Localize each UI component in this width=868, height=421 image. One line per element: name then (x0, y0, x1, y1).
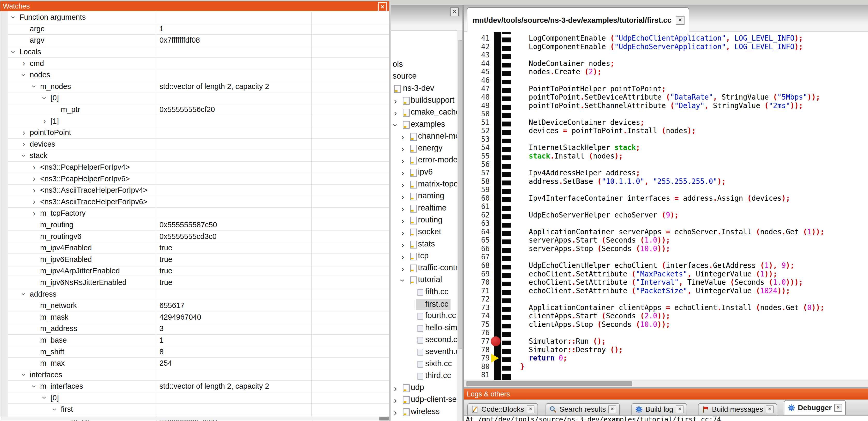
chevron-right-icon[interactable]: › (20, 128, 28, 137)
chevron-right-icon[interactable]: › (399, 180, 407, 190)
chevron-right-icon[interactable]: › (392, 408, 399, 417)
code-area[interactable]: 41 LogComponentEnable ("UdpEchoClientApp… (464, 32, 868, 380)
code-line[interactable]: 67 (464, 253, 868, 261)
code-line[interactable]: 66 serverApps.Stop (Seconds (10.0)); (464, 245, 868, 253)
editor-hscrollbar[interactable] (464, 380, 868, 387)
watch-row[interactable]: ›[0] (8, 92, 389, 104)
watch-row[interactable]: ›<ns3::AsciiTraceHelperForIpv4> (8, 185, 389, 196)
chevron-right-icon[interactable]: › (30, 186, 38, 195)
watch-row[interactable]: ›[0] (8, 392, 389, 404)
tree-item-stats[interactable]: ›stats (391, 239, 457, 251)
chevron-right-icon[interactable]: › (20, 59, 28, 68)
watch-row[interactable]: ›devices (8, 139, 389, 150)
watch-row[interactable]: ›m_nodesstd::vector of length 2, capacit… (8, 81, 389, 93)
tree-item-hello-simulator-cc[interactable]: hello-simulator.cc (391, 322, 457, 334)
tree-item-first-cc[interactable]: first.cc (391, 298, 457, 310)
watch-row[interactable]: ›argv0x7fffffffdf08 (8, 35, 389, 46)
watch-row[interactable]: ›interfaces (8, 369, 389, 381)
tree-item-cmake-cache[interactable]: ›cmake_cache (391, 107, 457, 119)
tree-item-matrix-topology[interactable]: ›matrix-topology (391, 179, 457, 191)
chevron-right-icon[interactable]: › (392, 96, 399, 106)
code-line[interactable]: 76 (464, 328, 868, 337)
tree-vscroll-thumb[interactable] (458, 40, 462, 349)
watch-row[interactable]: ›argc1 (8, 23, 389, 35)
code-line[interactable]: 48 pointToPoint.SetDeviceAttribute ("Dat… (464, 93, 868, 101)
tree-item-seventh-cc[interactable]: seventh.cc (391, 346, 457, 358)
code-line[interactable]: 79 return 0; (464, 354, 868, 362)
tree-item-buildsupport[interactable]: ›buildsupport (391, 95, 457, 107)
watches-titlebar[interactable]: Watches × (0, 1, 389, 11)
chevron-down-icon[interactable]: › (398, 277, 408, 285)
code-line[interactable]: 77 Simulator::Run (); (464, 337, 868, 346)
chevron-right-icon[interactable]: › (30, 197, 38, 206)
code-line[interactable]: 45 nodes.Create (2); (464, 67, 868, 76)
watch-row[interactable]: ›m_ipv6NsRsJitterEnabledtrue (8, 277, 389, 289)
tree-item-ns-3-dev[interactable]: ns-3-dev (391, 83, 457, 95)
tree-item-realtime[interactable]: ›realtime (391, 203, 457, 215)
code-line[interactable]: 58 address.SetBase ("10.1.1.0", "255.255… (464, 177, 868, 186)
watches-hscrollbar[interactable] (1, 417, 389, 420)
code-line[interactable]: 59 (464, 186, 868, 194)
code-line[interactable]: 46 (464, 76, 868, 85)
close-icon[interactable]: × (450, 7, 459, 16)
chevron-right-icon[interactable]: › (399, 132, 407, 142)
close-icon[interactable]: × (609, 406, 616, 413)
tree-item-sixth-cc[interactable]: sixth.cc (391, 358, 457, 370)
watch-row[interactable]: ›cmd (8, 58, 389, 69)
watches-hscroll-thumb[interactable] (379, 417, 389, 420)
code-line[interactable]: 50 (464, 110, 868, 118)
watch-row[interactable]: ›m_ipv4ArpJitterEnabledtrue (8, 265, 389, 277)
chevron-right-icon[interactable]: › (399, 264, 407, 273)
chevron-down-icon[interactable]: › (9, 13, 18, 22)
tree-item-wireless[interactable]: ›wireless (391, 406, 457, 418)
watch-row[interactable]: ›<ns3::AsciiTraceHelperForIpv6> (8, 196, 389, 208)
editor-tab-first-cc[interactable]: mnt/dev/tools/source/ns-3-dev/examples/t… (467, 7, 689, 33)
chevron-right-icon[interactable]: › (30, 209, 38, 218)
chevron-right-icon[interactable]: › (392, 384, 399, 393)
watch-row[interactable]: ›m_network655617 (8, 300, 389, 312)
code-line[interactable]: 74 clientApps.Start (Seconds (2.0)); (464, 312, 868, 320)
watch-row[interactable]: ›m_address3 (8, 323, 389, 335)
chevron-right-icon[interactable]: › (399, 252, 407, 262)
code-line[interactable]: 71 echoClient.SetAttribute ("PacketSize"… (464, 286, 868, 295)
watch-row[interactable]: ›[1] (8, 115, 389, 127)
code-line[interactable]: 65 serverApps.Start (Seconds (1.0)); (464, 236, 868, 245)
tree-item-error-model[interactable]: ›error-model (391, 155, 457, 166)
chevron-right-icon[interactable]: › (40, 117, 49, 126)
watch-row[interactable]: ›m_routingv60x5555555cd3c0 (8, 231, 389, 242)
logs-tab-code-blocks[interactable]: Code::Blocks× (467, 403, 538, 415)
chevron-right-icon[interactable]: › (399, 204, 407, 214)
chevron-down-icon[interactable]: › (19, 290, 28, 298)
chevron-down-icon[interactable]: › (50, 405, 60, 414)
code-line[interactable]: 73 ApplicationContainer clientApps = ech… (464, 303, 868, 312)
watch-row[interactable]: ›address (8, 288, 389, 300)
tree-item-channel-models[interactable]: ›channel-models (391, 131, 457, 143)
code-line[interactable]: 78 Simulator::Destroy (); (464, 345, 868, 354)
chevron-right-icon[interactable]: › (30, 163, 38, 172)
tree-item-udp-client-server[interactable]: ›udp-client-server (391, 394, 457, 406)
tree-item-tutorial[interactable]: ›tutorial (391, 274, 457, 286)
chevron-down-icon[interactable]: › (19, 151, 28, 160)
code-line[interactable]: 49 pointToPoint.SetChannelAttribute ("De… (464, 101, 868, 110)
chevron-right-icon[interactable]: › (399, 144, 407, 154)
watch-row[interactable]: ›m_ipv4Enabledtrue (8, 242, 389, 254)
tree-item-socket[interactable]: ›socket (391, 227, 457, 238)
code-line[interactable]: 70 echoClient.SetAttribute ("Interval", … (464, 278, 868, 287)
code-line[interactable]: 44 NodeContainer nodes; (464, 59, 868, 68)
chevron-right-icon[interactable]: › (392, 395, 399, 405)
code-line[interactable]: 54 InternetStackHelper stack; (464, 143, 868, 152)
tree-item-naming[interactable]: ›naming (391, 191, 457, 202)
chevron-right-icon[interactable]: › (392, 108, 399, 118)
chevron-down-icon[interactable]: › (40, 393, 49, 402)
code-line[interactable]: 57 Ipv4AddressHelper address; (464, 169, 868, 177)
code-line[interactable]: 41 LogComponentEnable ("UdpEchoClientApp… (464, 34, 868, 42)
logs-panel-titlebar[interactable]: Logs & others (464, 389, 868, 399)
watch-row[interactable]: ›m_mask4294967040 (8, 311, 389, 323)
chevron-right-icon[interactable]: › (399, 216, 407, 226)
code-line[interactable]: 60 Ipv4InterfaceContainer interfaces = a… (464, 194, 868, 202)
tree-item-ipv6[interactable]: ›ipv6 (391, 167, 457, 179)
close-icon[interactable]: × (378, 2, 387, 12)
watch-row[interactable]: ›first (8, 404, 389, 415)
chevron-down-icon[interactable]: › (391, 121, 400, 129)
code-line[interactable]: 56 (464, 160, 868, 169)
